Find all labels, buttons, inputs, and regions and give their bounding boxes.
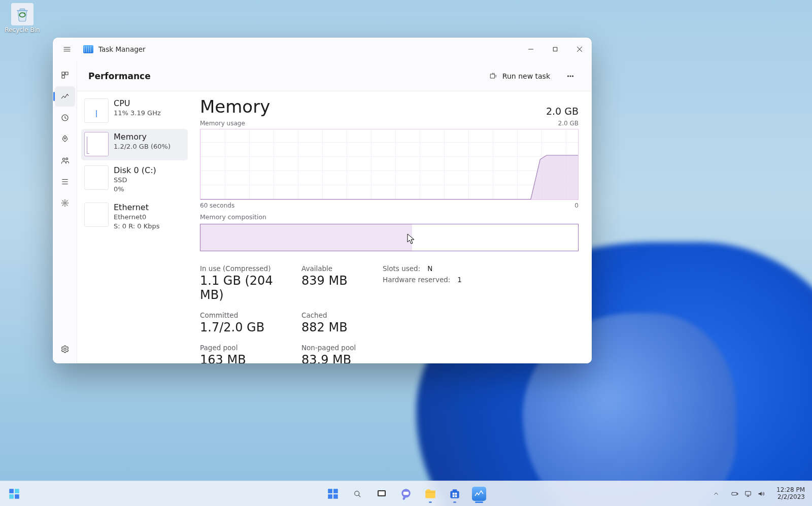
recycle-bin[interactable]: Recycle Bin bbox=[3, 3, 42, 33]
cached-label: Cached bbox=[301, 311, 378, 319]
slots-value: N bbox=[427, 264, 432, 273]
volume-icon bbox=[757, 490, 765, 498]
available-label: Available bbox=[301, 264, 378, 273]
sidebar-item-details[interactable] bbox=[55, 172, 75, 192]
clock[interactable]: 12:28 PM 2/2/2023 bbox=[772, 487, 809, 501]
in-use-value: 1.1 GB (204 MB) bbox=[200, 274, 296, 302]
svg-rect-25 bbox=[379, 491, 385, 495]
svg-rect-2 bbox=[65, 72, 67, 75]
run-new-task-button[interactable]: Run new task bbox=[482, 68, 557, 84]
svg-rect-33 bbox=[455, 495, 457, 497]
svg-rect-22 bbox=[333, 494, 338, 499]
svg-point-8 bbox=[63, 202, 66, 205]
chart-y-max: 2.0 GB bbox=[558, 120, 579, 127]
chat-button[interactable] bbox=[395, 483, 417, 505]
widgets-icon bbox=[8, 487, 21, 500]
store-icon bbox=[448, 487, 461, 500]
paged-label: Paged pool bbox=[200, 344, 296, 352]
resource-item-detail-2: 0% bbox=[114, 185, 156, 194]
disk-thumb-icon bbox=[84, 165, 109, 190]
chevron-up-icon bbox=[712, 490, 720, 498]
cpu-thumb-icon bbox=[84, 98, 109, 123]
composition-label: Memory composition bbox=[200, 213, 579, 221]
widgets-button[interactable] bbox=[3, 483, 25, 505]
resource-item-detail: Ethernet0 bbox=[114, 213, 160, 222]
task-view-icon bbox=[376, 488, 388, 500]
search-button[interactable] bbox=[346, 483, 368, 505]
nav-toggle-button[interactable] bbox=[58, 40, 76, 58]
cached-value: 882 MB bbox=[301, 320, 378, 334]
ethernet-thumb-icon bbox=[84, 203, 109, 227]
more-icon bbox=[566, 72, 575, 81]
resource-item-detail: 11% 3.19 GHz bbox=[114, 109, 161, 118]
resource-list: CPU 11% 3.19 GHz Memory 1.2/2.0 GB (60%) bbox=[77, 91, 192, 363]
svg-rect-17 bbox=[9, 494, 14, 499]
app-title: Task Manager bbox=[98, 45, 146, 53]
network-icon bbox=[744, 490, 752, 498]
memory-composition-bar[interactable] bbox=[200, 224, 579, 251]
svg-point-13 bbox=[572, 75, 573, 76]
run-task-icon bbox=[489, 72, 497, 80]
nonpaged-value: 83.9 MB bbox=[301, 353, 378, 363]
run-new-task-label: Run new task bbox=[502, 72, 550, 80]
task-manager-window: Task Manager bbox=[53, 38, 592, 363]
paged-value: 163 MB bbox=[200, 353, 296, 363]
sidebar-item-services[interactable] bbox=[55, 193, 75, 213]
more-options-button[interactable] bbox=[560, 66, 581, 86]
file-explorer-button[interactable] bbox=[419, 483, 442, 505]
resource-item-label: Ethernet bbox=[114, 203, 160, 213]
svg-rect-3 bbox=[62, 76, 64, 78]
memory-usage-chart[interactable] bbox=[200, 129, 579, 200]
chart-y-label: Memory usage bbox=[200, 120, 245, 127]
svg-marker-14 bbox=[531, 155, 578, 199]
minimize-button[interactable] bbox=[519, 38, 543, 61]
sidebar-item-app-history[interactable] bbox=[55, 108, 75, 128]
svg-point-12 bbox=[570, 75, 571, 76]
resource-item-memory[interactable]: Memory 1.2/2.0 GB (60%) bbox=[81, 129, 188, 160]
sidebar-item-settings[interactable] bbox=[55, 339, 75, 359]
resource-item-cpu[interactable]: CPU 11% 3.19 GHz bbox=[81, 95, 188, 127]
resource-item-label: Memory bbox=[114, 132, 171, 142]
sidebar-item-startup-apps[interactable] bbox=[55, 129, 75, 149]
available-value: 839 MB bbox=[301, 274, 378, 288]
sidebar-item-users[interactable] bbox=[55, 150, 75, 171]
detail-pane: Memory 2.0 GB Memory usage 2.0 GB bbox=[192, 91, 592, 363]
close-button[interactable] bbox=[567, 38, 592, 61]
committed-label: Committed bbox=[200, 311, 296, 319]
start-button[interactable] bbox=[322, 483, 344, 505]
system-tray[interactable] bbox=[727, 490, 769, 498]
titlebar[interactable]: Task Manager bbox=[53, 38, 592, 61]
svg-rect-32 bbox=[453, 495, 455, 497]
maximize-button[interactable] bbox=[543, 38, 567, 61]
taskbar[interactable]: 12:28 PM 2/2/2023 bbox=[0, 481, 812, 506]
svg-rect-30 bbox=[453, 492, 455, 494]
app-icon bbox=[83, 45, 93, 53]
nonpaged-label: Non-paged pool bbox=[301, 344, 378, 352]
task-view-button[interactable] bbox=[370, 483, 393, 505]
tray-overflow-button[interactable] bbox=[708, 483, 724, 505]
sidebar-item-performance[interactable] bbox=[55, 86, 75, 107]
sidebar-item-processes[interactable] bbox=[55, 65, 75, 85]
task-manager-icon bbox=[472, 487, 486, 501]
battery-icon bbox=[731, 490, 739, 498]
svg-rect-34 bbox=[732, 492, 737, 495]
recycle-bin-icon bbox=[11, 3, 33, 25]
svg-rect-20 bbox=[333, 489, 338, 493]
page-title: Performance bbox=[88, 71, 151, 81]
content-header: Performance Run new task bbox=[77, 61, 592, 91]
svg-point-11 bbox=[567, 75, 568, 76]
clock-time: 12:28 PM bbox=[776, 487, 805, 494]
memory-total: 2.0 GB bbox=[546, 106, 579, 117]
windows-logo-icon bbox=[326, 487, 340, 500]
svg-rect-15 bbox=[9, 489, 14, 493]
resource-item-ethernet[interactable]: Ethernet Ethernet0 S: 0 R: 0 Kbps bbox=[81, 199, 188, 234]
svg-rect-1 bbox=[62, 72, 64, 75]
microsoft-store-button[interactable] bbox=[444, 483, 466, 505]
slots-label: Slots used: bbox=[383, 264, 420, 273]
sidebar bbox=[53, 61, 77, 363]
resource-item-label: CPU bbox=[114, 98, 161, 109]
resource-item-detail-2: S: 0 R: 0 Kbps bbox=[114, 222, 160, 231]
resource-item-disk[interactable]: Disk 0 (C:) SSD 0% bbox=[81, 162, 188, 197]
task-manager-taskbar-button[interactable] bbox=[468, 483, 490, 505]
svg-rect-16 bbox=[15, 489, 19, 493]
